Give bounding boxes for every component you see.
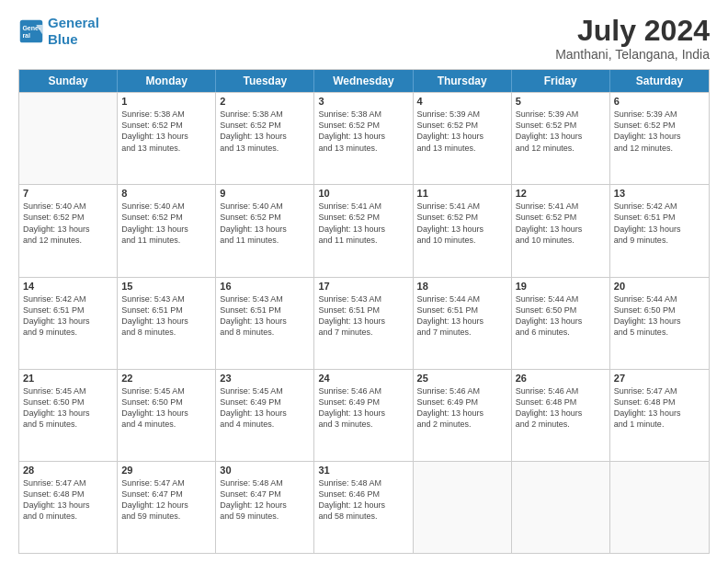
day-number: 30 xyxy=(220,465,310,476)
day-number: 12 xyxy=(516,188,606,199)
svg-text:Gene-: Gene- xyxy=(22,25,41,31)
calendar-cell: 3Sunrise: 5:38 AM Sunset: 6:52 PM Daylig… xyxy=(314,93,413,184)
header-day-saturday: Saturday xyxy=(610,70,709,92)
day-number: 8 xyxy=(121,188,211,199)
calendar-cell xyxy=(414,462,512,553)
calendar-row-2: 7Sunrise: 5:40 AM Sunset: 6:52 PM Daylig… xyxy=(19,184,709,276)
cell-info: Sunrise: 5:46 AM Sunset: 6:49 PM Dayligh… xyxy=(318,385,408,431)
calendar-cell: 17Sunrise: 5:43 AM Sunset: 6:51 PM Dayli… xyxy=(314,278,413,369)
calendar-cell: 16Sunrise: 5:43 AM Sunset: 6:51 PM Dayli… xyxy=(216,278,314,369)
cell-info: Sunrise: 5:39 AM Sunset: 6:52 PM Dayligh… xyxy=(417,109,507,154)
day-number: 17 xyxy=(318,281,408,292)
main-title: July 2024 xyxy=(555,15,710,47)
calendar-cell: 11Sunrise: 5:41 AM Sunset: 6:52 PM Dayli… xyxy=(414,185,512,276)
cell-info: Sunrise: 5:38 AM Sunset: 6:52 PM Dayligh… xyxy=(318,109,408,154)
calendar-body: 1Sunrise: 5:38 AM Sunset: 6:52 PM Daylig… xyxy=(19,92,709,553)
title-area: July 2024 Manthani, Telangana, India xyxy=(555,15,710,62)
calendar-cell: 20Sunrise: 5:44 AM Sunset: 6:50 PM Dayli… xyxy=(610,278,709,369)
calendar-cell: 10Sunrise: 5:41 AM Sunset: 6:52 PM Dayli… xyxy=(314,185,413,276)
calendar-cell: 7Sunrise: 5:40 AM Sunset: 6:52 PM Daylig… xyxy=(19,185,118,276)
cell-info: Sunrise: 5:41 AM Sunset: 6:52 PM Dayligh… xyxy=(516,201,606,246)
cell-info: Sunrise: 5:45 AM Sunset: 6:50 PM Dayligh… xyxy=(121,385,211,431)
cell-info: Sunrise: 5:48 AM Sunset: 6:46 PM Dayligh… xyxy=(318,477,408,523)
cell-info: Sunrise: 5:43 AM Sunset: 6:51 PM Dayligh… xyxy=(121,293,211,339)
calendar-cell: 9Sunrise: 5:40 AM Sunset: 6:52 PM Daylig… xyxy=(216,185,314,276)
calendar-cell: 22Sunrise: 5:45 AM Sunset: 6:50 PM Dayli… xyxy=(118,370,216,461)
calendar-cell: 5Sunrise: 5:39 AM Sunset: 6:52 PM Daylig… xyxy=(512,93,610,184)
calendar-cell: 25Sunrise: 5:46 AM Sunset: 6:49 PM Dayli… xyxy=(414,370,512,461)
calendar-cell: 30Sunrise: 5:48 AM Sunset: 6:47 PM Dayli… xyxy=(216,462,314,553)
calendar-cell: 8Sunrise: 5:40 AM Sunset: 6:52 PM Daylig… xyxy=(118,185,216,276)
header-day-monday: Monday xyxy=(118,70,216,92)
calendar-cell: 28Sunrise: 5:47 AM Sunset: 6:48 PM Dayli… xyxy=(19,462,118,553)
calendar-cell: 26Sunrise: 5:46 AM Sunset: 6:48 PM Dayli… xyxy=(512,370,610,461)
page: Gene- ral General Blue July 2024 Manthan… xyxy=(0,0,728,563)
day-number: 31 xyxy=(318,465,408,476)
cell-info: Sunrise: 5:42 AM Sunset: 6:51 PM Dayligh… xyxy=(614,201,705,246)
svg-text:ral: ral xyxy=(22,32,30,39)
cell-info: Sunrise: 5:39 AM Sunset: 6:52 PM Dayligh… xyxy=(614,109,705,154)
calendar-cell: 4Sunrise: 5:39 AM Sunset: 6:52 PM Daylig… xyxy=(414,93,512,184)
logo-text-line1: General xyxy=(48,15,99,31)
calendar-cell: 18Sunrise: 5:44 AM Sunset: 6:51 PM Dayli… xyxy=(414,278,512,369)
cell-info: Sunrise: 5:48 AM Sunset: 6:47 PM Dayligh… xyxy=(220,477,310,523)
calendar-cell: 31Sunrise: 5:48 AM Sunset: 6:46 PM Dayli… xyxy=(314,462,413,553)
calendar-row-5: 28Sunrise: 5:47 AM Sunset: 6:48 PM Dayli… xyxy=(19,461,709,553)
day-number: 29 xyxy=(121,465,211,476)
day-number: 23 xyxy=(220,373,310,384)
cell-info: Sunrise: 5:40 AM Sunset: 6:52 PM Dayligh… xyxy=(23,201,113,246)
day-number: 20 xyxy=(614,281,705,292)
cell-info: Sunrise: 5:46 AM Sunset: 6:48 PM Dayligh… xyxy=(516,385,606,431)
calendar: SundayMondayTuesdayWednesdayThursdayFrid… xyxy=(18,69,710,554)
calendar-cell xyxy=(512,462,610,553)
cell-info: Sunrise: 5:46 AM Sunset: 6:49 PM Dayligh… xyxy=(417,385,507,431)
calendar-cell: 1Sunrise: 5:38 AM Sunset: 6:52 PM Daylig… xyxy=(118,93,216,184)
cell-info: Sunrise: 5:41 AM Sunset: 6:52 PM Dayligh… xyxy=(318,201,408,246)
cell-info: Sunrise: 5:43 AM Sunset: 6:51 PM Dayligh… xyxy=(220,293,310,339)
cell-info: Sunrise: 5:42 AM Sunset: 6:51 PM Dayligh… xyxy=(23,293,113,339)
day-number: 14 xyxy=(23,281,113,292)
calendar-row-4: 21Sunrise: 5:45 AM Sunset: 6:50 PM Dayli… xyxy=(19,369,709,461)
day-number: 26 xyxy=(516,373,606,384)
calendar-cell: 6Sunrise: 5:39 AM Sunset: 6:52 PM Daylig… xyxy=(610,93,709,184)
header-day-sunday: Sunday xyxy=(19,70,118,92)
calendar-cell: 2Sunrise: 5:38 AM Sunset: 6:52 PM Daylig… xyxy=(216,93,314,184)
cell-info: Sunrise: 5:40 AM Sunset: 6:52 PM Dayligh… xyxy=(220,201,310,246)
day-number: 9 xyxy=(220,188,310,199)
cell-info: Sunrise: 5:47 AM Sunset: 6:48 PM Dayligh… xyxy=(614,385,705,431)
cell-info: Sunrise: 5:44 AM Sunset: 6:50 PM Dayligh… xyxy=(516,293,606,339)
day-number: 24 xyxy=(318,373,408,384)
day-number: 4 xyxy=(417,96,507,107)
cell-info: Sunrise: 5:45 AM Sunset: 6:50 PM Dayligh… xyxy=(23,385,113,431)
day-number: 22 xyxy=(121,373,211,384)
calendar-cell: 12Sunrise: 5:41 AM Sunset: 6:52 PM Dayli… xyxy=(512,185,610,276)
cell-info: Sunrise: 5:44 AM Sunset: 6:50 PM Dayligh… xyxy=(614,293,705,339)
cell-info: Sunrise: 5:47 AM Sunset: 6:47 PM Dayligh… xyxy=(121,477,211,523)
calendar-cell: 14Sunrise: 5:42 AM Sunset: 6:51 PM Dayli… xyxy=(19,278,118,369)
day-number: 25 xyxy=(417,373,507,384)
header-day-wednesday: Wednesday xyxy=(314,70,413,92)
calendar-cell: 13Sunrise: 5:42 AM Sunset: 6:51 PM Dayli… xyxy=(610,185,709,276)
cell-info: Sunrise: 5:43 AM Sunset: 6:51 PM Dayligh… xyxy=(318,293,408,339)
cell-info: Sunrise: 5:44 AM Sunset: 6:51 PM Dayligh… xyxy=(417,293,507,339)
header: Gene- ral General Blue July 2024 Manthan… xyxy=(18,15,710,62)
day-number: 21 xyxy=(23,373,113,384)
calendar-cell: 19Sunrise: 5:44 AM Sunset: 6:50 PM Dayli… xyxy=(512,278,610,369)
day-number: 11 xyxy=(417,188,507,199)
calendar-cell: 24Sunrise: 5:46 AM Sunset: 6:49 PM Dayli… xyxy=(314,370,413,461)
day-number: 28 xyxy=(23,465,113,476)
calendar-cell: 15Sunrise: 5:43 AM Sunset: 6:51 PM Dayli… xyxy=(118,278,216,369)
calendar-cell: 27Sunrise: 5:47 AM Sunset: 6:48 PM Dayli… xyxy=(610,370,709,461)
header-day-tuesday: Tuesday xyxy=(216,70,314,92)
calendar-cell xyxy=(19,93,118,184)
calendar-cell: 21Sunrise: 5:45 AM Sunset: 6:50 PM Dayli… xyxy=(19,370,118,461)
cell-info: Sunrise: 5:40 AM Sunset: 6:52 PM Dayligh… xyxy=(121,201,211,246)
calendar-row-3: 14Sunrise: 5:42 AM Sunset: 6:51 PM Dayli… xyxy=(19,277,709,369)
day-number: 15 xyxy=(121,281,211,292)
calendar-cell: 29Sunrise: 5:47 AM Sunset: 6:47 PM Dayli… xyxy=(118,462,216,553)
cell-info: Sunrise: 5:38 AM Sunset: 6:52 PM Dayligh… xyxy=(220,109,310,154)
day-number: 5 xyxy=(516,96,606,107)
day-number: 10 xyxy=(318,188,408,199)
day-number: 16 xyxy=(220,281,310,292)
calendar-header: SundayMondayTuesdayWednesdayThursdayFrid… xyxy=(19,70,709,92)
